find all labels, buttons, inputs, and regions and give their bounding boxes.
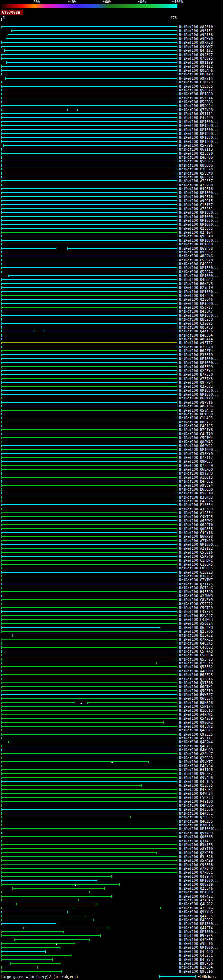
hit-bar-segment[interactable] [2,243,177,245]
hit-bar-segment[interactable] [2,148,177,151]
hit-label[interactable]: UniRef100_P30578 [179,167,223,171]
hit-label[interactable]: UniRef100_C9SF08 [179,863,223,867]
hit-bar-segment[interactable] [2,733,177,736]
hit-label[interactable]: UniRef100_B6GTH1 [179,685,223,689]
hit-bar-segment[interactable] [2,864,177,866]
hit-bar-segment[interactable] [2,239,177,242]
hit-bar-segment[interactable] [2,622,177,625]
hit-bar-segment[interactable] [2,208,177,210]
hit-bar-segment[interactable] [2,160,177,162]
hit-label[interactable]: UniRef100_B5VF10 [179,491,223,495]
hit-label[interactable]: UniRef100_P49429 [179,116,223,119]
hit-bar-segment[interactable] [2,121,177,123]
hit-bar-segment[interactable] [87,702,177,704]
hit-bar-segment[interactable] [23,927,109,929]
hit-label[interactable]: UniRef100_Q8L493 [179,325,223,329]
hit-bar-segment[interactable] [2,765,177,767]
hit-label[interactable]: UniRef100_C0SCH5 [179,566,223,570]
hit-bar-segment[interactable] [2,737,177,740]
hit-label[interactable]: UniRef100_A1CS34 [179,511,223,515]
hit-label[interactable]: UniRef100_Q50AF2 [179,409,223,412]
hit-label[interactable]: UniRef100_C5DIW4 [179,436,223,440]
hit-bar-segment[interactable] [2,883,120,886]
hit-bar-segment[interactable] [2,512,177,514]
hit-bar-segment[interactable] [2,543,177,546]
hit-bar-segment[interactable] [2,132,177,135]
hit-bar-segment[interactable] [2,97,177,99]
hit-bar-segment[interactable] [2,642,177,644]
hit-bar-segment[interactable] [11,30,177,32]
hit-bar-segment[interactable] [2,792,177,795]
hit-bar-segment[interactable] [2,409,177,412]
hit-label[interactable]: UniRef100_UPI000... [179,219,223,223]
hit-bar-segment[interactable] [2,923,56,925]
hit-label[interactable]: UniRef100_Q9C2H7 [179,772,223,776]
hit-label[interactable]: UniRef100_Q38HY9 [179,452,223,456]
hit-bar-segment[interactable] [2,563,177,566]
hit-label[interactable]: UniRef100_B4DF16 [179,187,223,191]
hit-bar-segment[interactable] [2,472,177,474]
hit-bar-segment[interactable] [2,57,177,60]
hit-bar-segment[interactable] [2,338,177,340]
hit-label[interactable]: UniRef100_A2QUL7 [179,752,223,756]
hit-bar-segment[interactable] [2,954,71,957]
hit-bar-segment[interactable] [2,109,67,111]
hit-bar-segment[interactable] [2,176,177,178]
hit-label[interactable]: UniRef100_B5DGC4 [179,104,223,108]
hit-bar-segment[interactable] [2,583,177,585]
hit-bar-segment[interactable] [2,437,177,439]
hit-label[interactable]: UniRef100_C5GTR9 [179,606,223,610]
hit-bar-segment[interactable] [2,528,177,530]
hit-label[interactable]: UniRef100_P40626 [179,499,223,503]
hit-label[interactable]: UniRef100_Q1ED05 [179,784,223,788]
hit-label[interactable]: UniRef100_Q2PE62 [179,385,223,388]
hit-label[interactable]: UniRef100_A7FPY6 [179,906,223,910]
hit-label[interactable]: UniRef100_A4RHW5 [179,713,223,716]
hit-bar-segment[interactable] [2,89,177,91]
hit-bar-segment[interactable] [2,496,177,498]
hit-label[interactable]: UniRef100_A9PG15 [179,199,223,203]
hit-bar-segment[interactable] [2,93,177,95]
hit-bar-segment[interactable] [2,804,177,807]
hit-bar-segment[interactable] [2,397,177,399]
hit-label[interactable]: UniRef100_UPI000... [179,542,223,546]
hit-bar-segment[interactable] [2,749,177,751]
hit-label[interactable]: UniRef100_Q6BXQ0 [179,468,223,471]
hit-bar-segment[interactable] [2,627,160,629]
hit-label[interactable]: UniRef100_B4JE06 [179,808,223,811]
hit-label[interactable]: UniRef100_B4WH24 [179,792,223,795]
hit-label[interactable]: UniRef100_A5E1Y1 [179,736,223,740]
hit-bar-segment[interactable] [2,247,56,250]
hit-bar-segment[interactable] [2,607,177,609]
hit-bar-segment[interactable] [2,875,112,878]
hit-label[interactable]: UniRef100_Q0D868 [179,527,223,531]
hit-label[interactable]: UniRef100_Q7Q095 [179,57,223,60]
hit-bar-segment[interactable] [8,741,177,743]
hit-bar-segment[interactable] [2,662,157,664]
hit-bar-segment[interactable] [2,836,177,838]
hit-bar-segment[interactable] [2,476,177,479]
hit-bar-segment[interactable] [2,871,177,873]
hit-label[interactable]: UniRef100_A5PAZ9 [179,859,223,862]
hit-label[interactable]: UniRef100_B8LK49 [179,72,223,76]
hit-bar-segment[interactable] [2,350,177,352]
hit-label[interactable]: UniRef100_A8J010 [179,25,223,29]
hit-label[interactable]: UniRef100_Q4CYJ7 [179,744,223,748]
hit-label[interactable]: UniRef100_Q16Q16 [179,677,223,681]
hit-bar-segment[interactable] [2,780,177,783]
hit-bar-segment[interactable] [2,970,62,973]
hit-label[interactable]: UniRef100_P10664 [179,503,223,507]
hit-label[interactable]: UniRef100_Q2E6S0 [179,151,223,155]
hit-bar-segment[interactable] [2,188,177,190]
hit-label[interactable]: UniRef100_Q7RRC2 [179,638,223,641]
hit-bar-segment[interactable] [2,915,87,918]
hit-bar-segment[interactable] [2,690,177,692]
hit-bar-segment[interactable] [2,784,142,787]
hit-bar-segment[interactable] [2,366,177,368]
hit-label[interactable]: UniRef100_Q29HF5 [179,815,223,819]
hit-label[interactable]: UniRef100_C1E1B7 [179,203,223,207]
hit-bar-segment[interactable] [2,278,177,281]
hit-label[interactable]: UniRef100_B1DQ13 [179,708,223,712]
hit-label[interactable]: UniRef100_B9EPL6 [179,962,223,966]
hit-label[interactable]: UniRef100_B6T3L6 [179,586,223,590]
